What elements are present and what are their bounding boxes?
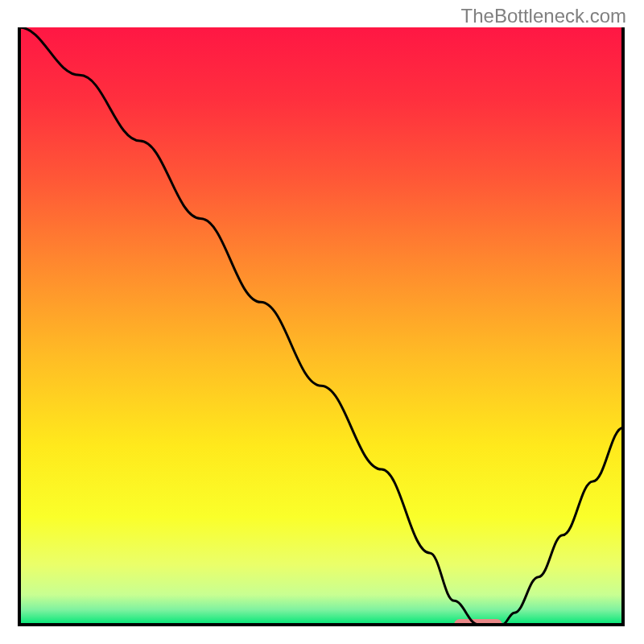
chart-container: TheBottleneck.com	[0, 0, 644, 644]
chart-svg	[18, 26, 625, 626]
watermark-text: TheBottleneck.com	[461, 5, 626, 27]
chart-plot-area	[18, 26, 625, 626]
gradient-background	[19, 27, 623, 625]
